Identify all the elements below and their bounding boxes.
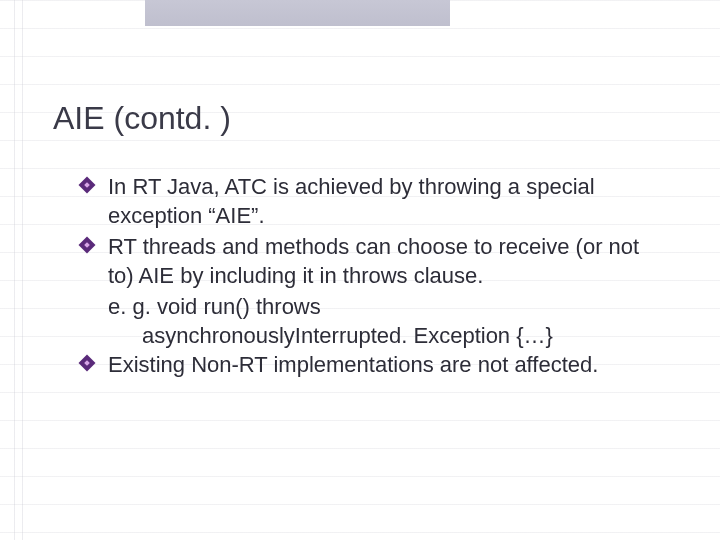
bullet-item-1: In RT Java, ATC is achieved by throwing … [80, 172, 660, 230]
bullet-text: RT threads and methods can choose to rec… [108, 232, 660, 290]
decorative-top-bar [145, 0, 450, 26]
slide-title: AIE (contd. ) [53, 100, 231, 137]
slide: AIE (contd. ) In RT Java, ATC is achieve… [0, 0, 720, 540]
bullet-text: In RT Java, ATC is achieved by throwing … [108, 172, 660, 230]
diamond-bullet-icon [80, 238, 94, 252]
diamond-bullet-icon [80, 356, 94, 370]
bullet-subtext-exception: asynchronouslyInterrupted. Exception {…} [142, 321, 660, 350]
bullet-item-3: Existing Non-RT implementations are not … [80, 350, 660, 379]
bullet-item-2: RT threads and methods can choose to rec… [80, 232, 660, 290]
bullet-subtext-eg: e. g. void run() throws [108, 292, 660, 321]
diamond-bullet-icon [80, 178, 94, 192]
bullet-text: Existing Non-RT implementations are not … [108, 350, 598, 379]
slide-content: In RT Java, ATC is achieved by throwing … [80, 172, 660, 381]
